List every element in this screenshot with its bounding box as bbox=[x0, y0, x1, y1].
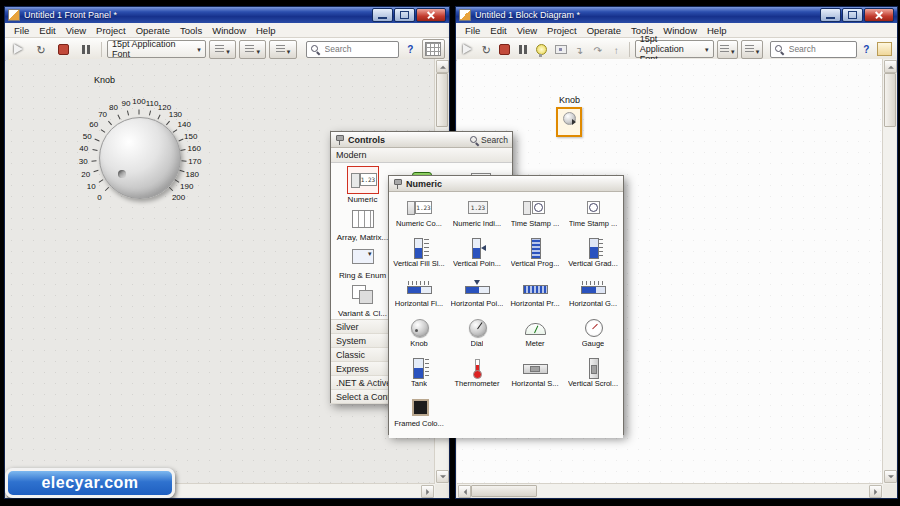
run-continuous-button[interactable] bbox=[479, 40, 495, 59]
menu-edit[interactable]: Edit bbox=[34, 24, 60, 37]
grid-settings-button[interactable] bbox=[422, 39, 445, 59]
palette-item-ring-enum[interactable]: Ring & Enum bbox=[333, 242, 392, 280]
palette-item-gauge[interactable]: Gauge bbox=[564, 315, 622, 355]
menu-tools[interactable]: Tools bbox=[175, 24, 207, 37]
menu-help[interactable]: Help bbox=[251, 24, 281, 37]
align-objects-dropdown[interactable] bbox=[209, 40, 236, 59]
menu-window[interactable]: Window bbox=[207, 24, 251, 37]
menu-project[interactable]: Project bbox=[91, 24, 131, 37]
palette-item-numeric[interactable]: Numeric bbox=[333, 166, 392, 204]
maximize-button[interactable] bbox=[842, 8, 863, 22]
menu-view[interactable]: View bbox=[61, 24, 91, 37]
resize-objects-dropdown[interactable] bbox=[269, 40, 296, 59]
category-label: Modern bbox=[336, 150, 367, 160]
palette-item-horizontal-s[interactable]: Horizontal S... bbox=[506, 355, 564, 395]
highlight-execution-button[interactable] bbox=[534, 40, 550, 59]
scroll-right-button[interactable] bbox=[421, 485, 434, 498]
pushpin-icon[interactable] bbox=[335, 134, 344, 145]
distribute-objects-dropdown[interactable] bbox=[741, 40, 763, 59]
palette-item-time-stamp[interactable]: Time Stamp ... bbox=[564, 195, 622, 235]
palette-titlebar[interactable]: Numeric bbox=[389, 176, 623, 192]
palette-titlebar[interactable]: Controls Search bbox=[331, 132, 512, 148]
menu-file[interactable]: File bbox=[9, 24, 34, 37]
minimize-button[interactable] bbox=[820, 8, 841, 22]
menu-edit[interactable]: Edit bbox=[485, 24, 511, 37]
close-button[interactable] bbox=[416, 8, 446, 22]
pause-icon bbox=[82, 45, 90, 54]
scroll-up-button[interactable] bbox=[436, 60, 449, 73]
step-into-button[interactable] bbox=[571, 40, 587, 59]
palette-item-variant-cl[interactable]: Variant & Cl... bbox=[333, 280, 392, 318]
palette-search-button[interactable]: Search bbox=[469, 135, 508, 145]
palette-item-vertical-poin[interactable]: Vertical Poin... bbox=[448, 235, 506, 275]
minimize-button[interactable] bbox=[372, 8, 393, 22]
scrollbar-thumb[interactable] bbox=[471, 485, 537, 497]
palette-item-vertical-grad[interactable]: Vertical Grad... bbox=[564, 235, 622, 275]
toolbar-search[interactable] bbox=[306, 41, 399, 58]
palette-item-dial[interactable]: Dial bbox=[448, 315, 506, 355]
scrollbar-thumb[interactable] bbox=[436, 73, 448, 127]
help-button[interactable]: ? bbox=[402, 41, 419, 58]
menu-operate[interactable]: Operate bbox=[131, 24, 175, 37]
run-continuous-button[interactable] bbox=[31, 40, 50, 59]
abort-button[interactable] bbox=[497, 40, 513, 59]
abort-button[interactable] bbox=[54, 40, 73, 59]
palette-item-meter[interactable]: Meter bbox=[506, 315, 564, 355]
knob-control[interactable]: Knob 01020304050607080901001101201301401… bbox=[54, 73, 229, 243]
menu-operate[interactable]: Operate bbox=[582, 24, 626, 37]
palette-item-vertical-prog[interactable]: Vertical Prog... bbox=[506, 235, 564, 275]
clean-up-diagram-button[interactable] bbox=[876, 40, 893, 59]
palette-item-array-matrix[interactable]: Array, Matrix... bbox=[333, 204, 392, 242]
pause-button[interactable] bbox=[76, 40, 95, 59]
step-out-button[interactable] bbox=[608, 40, 624, 59]
toolbar-search[interactable] bbox=[770, 41, 857, 58]
knob-tick bbox=[127, 111, 129, 116]
palette-item-thermometer[interactable]: Thermometer bbox=[448, 355, 506, 395]
scrollbar-thumb[interactable] bbox=[884, 73, 896, 127]
scroll-down-button[interactable] bbox=[884, 470, 897, 483]
search-input[interactable] bbox=[787, 43, 853, 55]
knob-terminal[interactable] bbox=[556, 107, 582, 137]
titlebar[interactable]: Untitled 1 Front Panel * bbox=[5, 7, 449, 23]
knob-pointer-dimple bbox=[118, 170, 126, 178]
palette-item-tank[interactable]: Tank bbox=[390, 355, 448, 395]
palette-item-horizontal-g[interactable]: Horizontal G... bbox=[564, 275, 622, 315]
pushpin-icon[interactable] bbox=[393, 178, 402, 189]
palette-item-horizontal-pr[interactable]: Horizontal Pr... bbox=[506, 275, 564, 315]
run-button[interactable] bbox=[460, 40, 476, 59]
palette-item-knob[interactable]: Knob bbox=[390, 315, 448, 355]
titlebar[interactable]: Untitled 1 Block Diagram * bbox=[456, 7, 897, 23]
scroll-up-button[interactable] bbox=[884, 60, 897, 73]
palette-item-framed-colo[interactable]: Framed Colo... bbox=[390, 395, 448, 435]
scroll-left-button[interactable] bbox=[458, 485, 471, 498]
search-input[interactable] bbox=[323, 43, 389, 55]
run-button[interactable] bbox=[9, 40, 28, 59]
knob-tick-label: 180 bbox=[186, 170, 199, 179]
close-button[interactable] bbox=[864, 8, 894, 22]
palette-item-horizontal-fi[interactable]: Horizontal Fi... bbox=[390, 275, 448, 315]
scroll-right-button[interactable] bbox=[869, 485, 882, 498]
palette-item-numeric-indi[interactable]: Numeric Indi... bbox=[448, 195, 506, 235]
menu-file[interactable]: File bbox=[460, 24, 485, 37]
retain-wire-values-button[interactable] bbox=[553, 40, 569, 59]
palette-item-time-stamp[interactable]: Time Stamp ... bbox=[506, 195, 564, 235]
menu-project[interactable]: Project bbox=[542, 24, 582, 37]
palette-item-horizontal-poi[interactable]: Horizontal Poi... bbox=[448, 275, 506, 315]
step-over-button[interactable] bbox=[590, 40, 606, 59]
palette-item-numeric-co[interactable]: Numeric Co... bbox=[390, 195, 448, 235]
font-selector[interactable]: 15pt Application Font bbox=[635, 40, 714, 58]
maximize-button[interactable] bbox=[394, 8, 415, 22]
font-selector[interactable]: 15pt Application Font bbox=[107, 40, 206, 58]
vertical-scrollbar[interactable] bbox=[882, 59, 896, 484]
menu-view[interactable]: View bbox=[512, 24, 542, 37]
distribute-objects-dropdown[interactable] bbox=[239, 40, 266, 59]
category-modern[interactable]: Modern bbox=[331, 148, 512, 163]
horizontal-scrollbar[interactable] bbox=[457, 483, 883, 497]
align-objects-dropdown[interactable] bbox=[717, 40, 739, 59]
menu-help[interactable]: Help bbox=[702, 24, 732, 37]
scroll-down-button[interactable] bbox=[436, 470, 449, 483]
help-button[interactable]: ? bbox=[860, 41, 873, 58]
pause-button[interactable] bbox=[516, 40, 532, 59]
palette-item-vertical-fill-sl[interactable]: Vertical Fill Sl... bbox=[390, 235, 448, 275]
palette-item-vertical-scrol[interactable]: Vertical Scrol... bbox=[564, 355, 622, 395]
